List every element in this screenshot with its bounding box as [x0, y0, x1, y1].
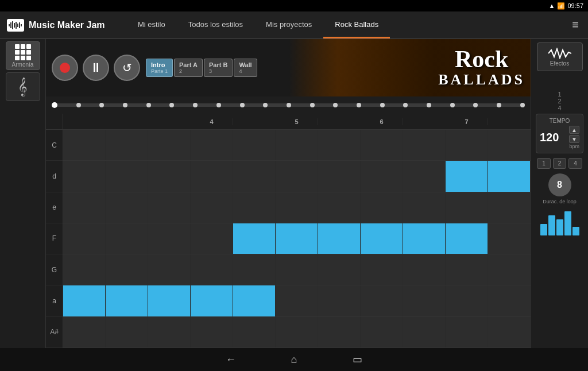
cell-g-7[interactable]: [361, 254, 403, 285]
playhead-track[interactable]: [52, 103, 525, 107]
pause-button[interactable]: ⏸: [83, 55, 109, 81]
cell-c-8[interactable]: [403, 130, 446, 160]
tab-mi-estilo[interactable]: Mi estilo: [126, 11, 177, 38]
home-button[interactable]: ⌂: [285, 351, 303, 368]
cell-as-6[interactable]: [318, 317, 361, 347]
cell-d-8[interactable]: [403, 161, 446, 191]
clef-button[interactable]: 𝄞: [6, 72, 40, 101]
grid-view-button[interactable]: Armonía: [6, 41, 40, 70]
seq-block-wall[interactable]: Wall 4: [234, 59, 257, 77]
cell-a-3[interactable]: [191, 285, 233, 316]
cell-g-1[interactable]: [106, 254, 148, 285]
efectos-button[interactable]: Efectos: [537, 42, 583, 71]
duration-circle[interactable]: 8: [548, 173, 571, 196]
loop-btn-2[interactable]: 2: [553, 158, 567, 169]
cell-f-8[interactable]: [403, 223, 446, 254]
tab-todos-estilos[interactable]: Todos los estilos: [177, 11, 254, 38]
cell-a-2[interactable]: [148, 285, 191, 316]
cell-e-2[interactable]: [148, 192, 191, 223]
cell-f-3[interactable]: [191, 223, 233, 254]
cell-f-4[interactable]: [233, 223, 276, 254]
cell-e-8[interactable]: [403, 192, 446, 223]
cell-c-0[interactable]: [63, 130, 106, 160]
cell-e-3[interactable]: [191, 192, 233, 223]
seq-block-intro[interactable]: Intro Parte 1: [146, 59, 173, 77]
cell-as-0[interactable]: [63, 317, 106, 347]
cell-as-5[interactable]: [276, 317, 318, 347]
seq-block-partb[interactable]: Part B 3: [204, 59, 233, 77]
cell-a-7[interactable]: [361, 285, 403, 316]
cell-a-4[interactable]: [233, 285, 276, 316]
cell-d-6[interactable]: [318, 161, 361, 191]
cell-c-6[interactable]: [318, 130, 361, 160]
cell-e-6[interactable]: [318, 192, 361, 223]
cell-d-2[interactable]: [148, 161, 191, 191]
cell-c-4[interactable]: [233, 130, 276, 160]
tempo-arrows[interactable]: ▲ ▼: [569, 125, 579, 144]
cell-e-1[interactable]: [106, 192, 148, 223]
cell-d-3[interactable]: [191, 161, 233, 191]
cell-c-3[interactable]: [191, 130, 233, 160]
cell-e-9[interactable]: [446, 192, 488, 223]
cell-as-1[interactable]: [106, 317, 148, 347]
cell-as-7[interactable]: [361, 317, 403, 347]
loop-btn-1[interactable]: 1: [537, 158, 551, 169]
menu-button[interactable]: ≡: [563, 18, 588, 32]
cell-e-0[interactable]: [63, 192, 106, 223]
cell-d-10[interactable]: [488, 161, 531, 191]
cell-c-2[interactable]: [148, 130, 191, 160]
cell-a-1[interactable]: [106, 285, 148, 316]
cell-f-5[interactable]: [276, 223, 318, 254]
cell-a-0[interactable]: [63, 285, 106, 316]
cell-g-8[interactable]: [403, 254, 446, 285]
cell-e-5[interactable]: [276, 192, 318, 223]
cell-c-1[interactable]: [106, 130, 148, 160]
cell-g-5[interactable]: [276, 254, 318, 285]
cell-as-9[interactable]: [446, 317, 488, 347]
cell-c-7[interactable]: [361, 130, 403, 160]
cell-d-9[interactable]: [446, 161, 488, 191]
tab-rock-ballads[interactable]: Rock Ballads: [323, 11, 390, 38]
cell-a-6[interactable]: [318, 285, 361, 316]
cell-c-5[interactable]: [276, 130, 318, 160]
cell-c-10[interactable]: [488, 130, 531, 160]
cell-g-4[interactable]: [233, 254, 276, 285]
cell-as-8[interactable]: [403, 317, 446, 347]
loop-button[interactable]: ↺: [114, 55, 140, 81]
cell-f-6[interactable]: [318, 223, 361, 254]
cell-f-1[interactable]: [106, 223, 148, 254]
cell-a-10[interactable]: [488, 285, 531, 316]
back-button[interactable]: ←: [222, 351, 239, 368]
cell-d-4[interactable]: [233, 161, 276, 191]
cell-f-0[interactable]: [63, 223, 106, 254]
seq-block-parta[interactable]: Part A 2: [174, 59, 203, 77]
cell-d-1[interactable]: [106, 161, 148, 191]
cell-e-7[interactable]: [361, 192, 403, 223]
cell-d-0[interactable]: [63, 161, 106, 191]
cell-f-7[interactable]: [361, 223, 403, 254]
tab-mis-proyectos[interactable]: Mis proyectos: [254, 11, 323, 38]
cell-g-10[interactable]: [488, 254, 531, 285]
loop-btn-4[interactable]: 4: [568, 158, 582, 169]
cell-g-0[interactable]: [63, 254, 106, 285]
cell-as-2[interactable]: [148, 317, 191, 347]
cell-e-4[interactable]: [233, 192, 276, 223]
cell-as-4[interactable]: [233, 317, 276, 347]
cell-d-5[interactable]: [276, 161, 318, 191]
cell-f-10[interactable]: [488, 223, 531, 254]
cell-c-9[interactable]: [446, 130, 488, 160]
cell-d-7[interactable]: [361, 161, 403, 191]
playhead-area[interactable]: [46, 96, 531, 114]
cell-e-10[interactable]: [488, 192, 531, 223]
cell-f-2[interactable]: [148, 223, 191, 254]
record-button[interactable]: [52, 55, 78, 81]
cell-a-9[interactable]: [446, 285, 488, 316]
cell-a-8[interactable]: [403, 285, 446, 316]
cell-f-9[interactable]: [446, 223, 488, 254]
cell-g-2[interactable]: [148, 254, 191, 285]
cell-g-6[interactable]: [318, 254, 361, 285]
recent-button[interactable]: ▭: [349, 351, 366, 368]
cell-g-9[interactable]: [446, 254, 488, 285]
tempo-down[interactable]: ▼: [569, 135, 579, 143]
cell-as-10[interactable]: [488, 317, 531, 347]
